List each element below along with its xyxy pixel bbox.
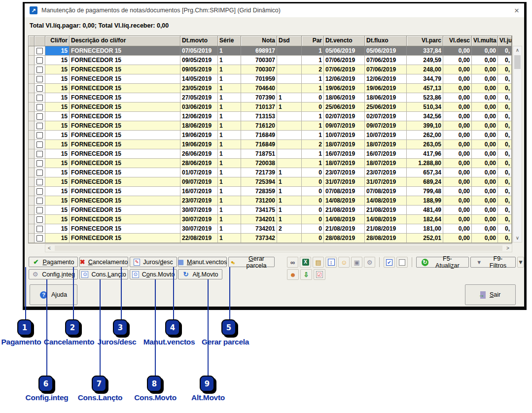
cell-dt-movto: 26/06/2019	[180, 149, 218, 158]
gear-button[interactable]: ⚙	[364, 257, 375, 268]
table-row[interactable]: 15FORNECEDOR 1530/07/201917342012021/08/…	[29, 224, 512, 234]
f9-filters-button[interactable]: ▼F9-Filtros	[470, 257, 516, 268]
table-row[interactable]: 15FORNECEDOR 1509/07/201917253941031/07/…	[29, 177, 512, 187]
cell-vl-parc: 182,64	[407, 215, 443, 224]
table-row[interactable]: 15FORNECEDOR 1519/06/20191716849218/07/2…	[29, 140, 512, 149]
row-checkbox[interactable]	[36, 123, 43, 129]
column-header-par[interactable]: Par	[302, 36, 324, 46]
row-checkbox[interactable]	[36, 188, 43, 195]
row-checkbox[interactable]	[36, 216, 43, 223]
column-header-blank[interactable]	[35, 36, 45, 46]
scroll-down-icon[interactable]: ∨	[513, 234, 522, 242]
juros-desc-button[interactable]: ✎Juros/desc	[130, 257, 177, 267]
printer-button[interactable]: ▣	[351, 257, 362, 268]
column-header-dt-vencto[interactable]: Dt.vencto	[324, 36, 365, 46]
manut-venctos-button[interactable]: ▦Manut.venctos	[178, 257, 227, 267]
column-header-vl-multa[interactable]: Vl.multa	[472, 36, 498, 46]
table-row[interactable]: 15FORNECEDOR 1530/07/201917342011014/08/…	[29, 215, 512, 224]
table-row[interactable]: 15FORNECEDOR 1523/07/201917312001014/08/…	[29, 196, 512, 206]
toolbar-separator	[379, 257, 380, 267]
scroll-right-icon[interactable]: >	[504, 244, 512, 252]
table-row[interactable]: 15FORNECEDOR 1526/06/20191718751116/07/2…	[29, 149, 512, 159]
cons-movto-button[interactable]: ⊙Cons.Movto	[130, 269, 177, 279]
table-row[interactable]: 15FORNECEDOR 1507/05/20191698917105/06/2…	[29, 46, 512, 56]
table-row[interactable]: 15FORNECEDOR 1509/05/20191700307207/06/2…	[29, 65, 512, 74]
table-row[interactable]: 15FORNECEDOR 1501/07/201917217391023/07/…	[29, 168, 512, 177]
cancelamento-button[interactable]: ✖Cancelamento	[79, 257, 128, 267]
config-integ-button[interactable]: ⚙Config.integ	[29, 269, 78, 279]
exit-button[interactable]: →Sair	[465, 284, 516, 305]
column-header-vl-jur[interactable]: Vl.jur	[498, 36, 512, 46]
column-header-nota[interactable]: Nota	[241, 36, 277, 46]
filters-dropdown-button[interactable]: ▼	[517, 257, 524, 268]
cancel-x-icon: ✖	[80, 258, 85, 266]
f5-refresh-button[interactable]: ↻F5-Atualizar	[416, 257, 468, 268]
table-row[interactable]: 15FORNECEDOR 1514/05/20191701959112/06/2…	[29, 74, 512, 84]
unchecked-checkbox-button[interactable]	[396, 257, 408, 268]
column-header-dt-movto[interactable]: Dt.movto	[180, 36, 218, 46]
scroll-up-icon[interactable]: ∧	[513, 46, 522, 54]
callout-badge-8: 8	[147, 376, 162, 392]
row-checkbox[interactable]	[36, 226, 43, 232]
checklist-button[interactable]: ☑	[314, 269, 325, 280]
close-icon[interactable]: ×	[514, 6, 519, 15]
column-header-vl-parc[interactable]: Vl.parc	[407, 36, 443, 46]
table-row[interactable]: 15FORNECEDOR 1512/06/20191713153102/07/2…	[29, 112, 512, 121]
column-header-dsd[interactable]: Dsd	[277, 36, 302, 46]
scroll-left-icon[interactable]: <	[45, 244, 53, 252]
vertical-scrollbar[interactable]: ∧ ∨	[513, 46, 522, 242]
gerar-parcela-button[interactable]: ●Gerar parcela	[228, 257, 275, 267]
row-checkbox[interactable]	[36, 67, 43, 73]
row-checkbox[interactable]	[36, 179, 43, 185]
row-checkbox[interactable]	[36, 207, 43, 213]
row-checkbox[interactable]	[36, 104, 43, 110]
horizontal-scroll-thumb[interactable]	[55, 245, 502, 251]
row-checkbox[interactable]	[36, 85, 43, 92]
cons-lan-to-button[interactable]: ⊙Cons.Lançto	[79, 269, 128, 279]
table-row[interactable]: 15FORNECEDOR 1528/06/20191720038118/07/2…	[29, 159, 512, 168]
table-row[interactable]: 15FORNECEDOR 1516/07/201917283591007/08/…	[29, 187, 512, 196]
column-header-blank[interactable]	[29, 36, 35, 46]
table-row[interactable]: 15FORNECEDOR 1530/07/201917341751021/08/…	[29, 206, 512, 215]
row-checkbox[interactable]	[36, 57, 43, 64]
column-header-s-rie[interactable]: Série	[218, 36, 241, 46]
row-checkbox[interactable]	[36, 95, 43, 101]
row-checkbox[interactable]	[36, 198, 43, 204]
row-checkbox[interactable]	[36, 132, 43, 138]
column-header-cli-for[interactable]: Cli/for	[45, 36, 70, 46]
report-button[interactable]: ▤	[313, 257, 324, 268]
user-check-button[interactable]: ☻	[287, 269, 299, 280]
row-checkbox[interactable]	[36, 170, 43, 176]
table-row[interactable]: 15FORNECEDOR 1527/05/201917073901018/06/…	[29, 93, 512, 103]
column-header-descri-o-do-cli-for[interactable]: Descrição do cli/for	[70, 36, 180, 46]
row-checkbox[interactable]	[36, 160, 43, 167]
row-checkbox[interactable]	[36, 48, 43, 54]
table-row[interactable]: 15FORNECEDOR 1518/06/20191716120109/07/2…	[29, 121, 512, 131]
palette-button[interactable]: ☺	[338, 257, 350, 268]
row-checkbox[interactable]	[36, 113, 43, 120]
row-checkbox[interactable]	[36, 141, 43, 148]
import-button[interactable]: ⇩	[300, 269, 312, 280]
column-header-dt-fluxo[interactable]: Dt.fluxo	[365, 36, 407, 46]
binoculars-button[interactable]: ∞	[287, 257, 298, 268]
table-row[interactable]: 15FORNECEDOR 1519/06/20191716849110/07/2…	[29, 131, 512, 140]
help-button[interactable]: ?Ajuda	[30, 284, 77, 305]
cell-cli-for: 15	[45, 177, 70, 186]
column-header-vl-desc[interactable]: Vl.desc	[443, 36, 472, 46]
table-row[interactable]: 15FORNECEDOR 1523/05/20191704640119/06/2…	[29, 84, 512, 93]
horizontal-scrollbar[interactable]: < >	[45, 244, 512, 252]
row-checkbox[interactable]	[36, 235, 43, 241]
table-row[interactable]: 15FORNECEDOR 1522/08/20191737342028/08/2…	[29, 234, 512, 243]
checked-checkbox-button[interactable]: ✔	[384, 257, 395, 268]
cell-vl-multa: 0,00	[472, 121, 498, 130]
excel-button[interactable]: X	[300, 257, 311, 268]
sort-button[interactable]: ↕	[325, 257, 337, 268]
table-row[interactable]: 15FORNECEDOR 1503/06/201917101371025/06/…	[29, 103, 512, 112]
alt-movto-button[interactable]: ↻Alt.Movto	[178, 269, 222, 279]
row-marker	[29, 84, 35, 93]
pagamento-button[interactable]: ✔Pagamento	[29, 257, 78, 267]
vertical-scroll-thumb[interactable]	[514, 55, 521, 69]
table-row[interactable]: 15FORNECEDOR 1509/05/20191700307107/06/2…	[29, 56, 512, 65]
row-checkbox[interactable]	[36, 151, 43, 157]
row-checkbox[interactable]	[36, 76, 43, 82]
